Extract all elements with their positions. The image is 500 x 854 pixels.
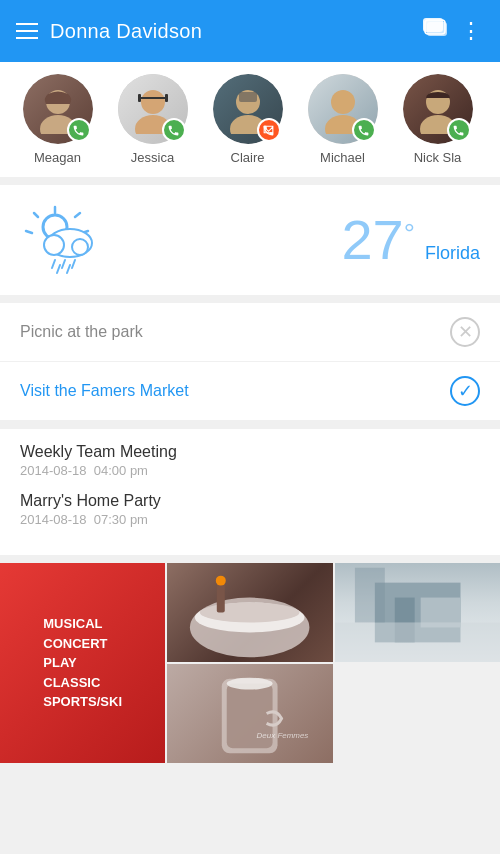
svg-text:Deux Femmes: Deux Femmes bbox=[257, 731, 309, 740]
event-item-1: Weekly Team Meeting 2014-08-18 04:00 pm bbox=[20, 443, 480, 478]
photo-musical[interactable]: MUSICALCONCERTPLAYCLASSICSPORTS/SKI bbox=[0, 563, 165, 763]
photos-grid: MUSICALCONCERTPLAYCLASSICSPORTS/SKI Deu bbox=[0, 563, 500, 763]
weather-location: Florida bbox=[425, 243, 480, 264]
contact-avatar-wrapper-nick bbox=[403, 74, 473, 144]
event-item-2: Marry's Home Party 2014-08-18 07:30 pm bbox=[20, 492, 480, 527]
svg-point-33 bbox=[200, 603, 300, 623]
contact-claire[interactable]: Claire bbox=[200, 74, 295, 165]
chat-button[interactable] bbox=[422, 17, 448, 45]
contact-name-michael: Michael bbox=[320, 150, 365, 165]
call-badge-jessica bbox=[162, 118, 186, 142]
contacts-strip: Meagan Jessica bbox=[0, 62, 500, 177]
event-time-1: 2014-08-18 04:00 pm bbox=[20, 463, 480, 478]
more-button[interactable]: ⋮ bbox=[460, 18, 484, 44]
svg-point-35 bbox=[216, 576, 226, 586]
contact-avatar-wrapper-claire bbox=[213, 74, 283, 144]
svg-rect-12 bbox=[239, 92, 257, 102]
todo-text-1: Picnic at the park bbox=[20, 323, 143, 341]
weather-right: 27° Florida bbox=[130, 212, 480, 268]
svg-rect-39 bbox=[335, 622, 500, 662]
svg-point-24 bbox=[44, 235, 64, 255]
contact-avatar-wrapper-jessica bbox=[118, 74, 188, 144]
svg-line-21 bbox=[26, 231, 32, 233]
weather-icon bbox=[20, 205, 110, 275]
call-badge-claire bbox=[257, 118, 281, 142]
event-title-1: Weekly Team Meeting bbox=[20, 443, 480, 461]
contact-michael[interactable]: Michael bbox=[295, 74, 390, 165]
event-title-2: Marry's Home Party bbox=[20, 492, 480, 510]
event-time-2: 2014-08-18 07:30 pm bbox=[20, 512, 480, 527]
weather-section: 27° Florida bbox=[0, 185, 500, 295]
svg-line-26 bbox=[52, 260, 55, 268]
contact-name-claire: Claire bbox=[231, 150, 265, 165]
svg-line-30 bbox=[67, 265, 70, 273]
contact-avatar-wrapper-michael bbox=[308, 74, 378, 144]
contact-name-nick: Nick Sla bbox=[414, 150, 462, 165]
svg-point-5 bbox=[141, 90, 165, 114]
svg-line-18 bbox=[75, 213, 80, 217]
todo-item-2[interactable]: Visit the Famers Market ✓ bbox=[0, 362, 500, 421]
todo-item-1[interactable]: Picnic at the park ✕ bbox=[0, 303, 500, 362]
svg-line-20 bbox=[34, 213, 38, 217]
weather-temperature: 27° bbox=[341, 212, 415, 268]
contact-name-meagan: Meagan bbox=[34, 150, 81, 165]
todo-unchecked-icon[interactable]: ✕ bbox=[450, 317, 480, 347]
contact-nick[interactable]: Nick Sla bbox=[390, 74, 485, 165]
svg-line-27 bbox=[62, 260, 65, 268]
svg-line-28 bbox=[72, 260, 75, 268]
app-header: Donna Davidson ⋮ bbox=[0, 0, 500, 62]
todo-checked-icon[interactable]: ✓ bbox=[450, 376, 480, 406]
svg-rect-9 bbox=[138, 97, 168, 99]
photo-coffee[interactable]: Deux Femmes bbox=[167, 664, 332, 763]
svg-point-43 bbox=[227, 678, 273, 690]
svg-rect-34 bbox=[217, 583, 225, 613]
svg-rect-2 bbox=[425, 20, 445, 34]
todo-section: Picnic at the park ✕ Visit the Famers Ma… bbox=[0, 303, 500, 421]
svg-rect-40 bbox=[355, 568, 385, 623]
svg-point-13 bbox=[331, 90, 355, 114]
call-badge-meagan bbox=[67, 118, 91, 142]
svg-line-29 bbox=[57, 265, 60, 273]
header-title: Donna Davidson bbox=[50, 20, 410, 43]
contact-meagan[interactable]: Meagan bbox=[10, 74, 105, 165]
events-section: Weekly Team Meeting 2014-08-18 04:00 pm … bbox=[0, 429, 500, 555]
call-badge-michael bbox=[352, 118, 376, 142]
photo-musical-text: MUSICALCONCERTPLAYCLASSICSPORTS/SKI bbox=[43, 614, 122, 712]
photo-store[interactable] bbox=[335, 563, 500, 662]
menu-button[interactable] bbox=[16, 23, 38, 39]
svg-point-25 bbox=[72, 239, 88, 255]
todo-text-2: Visit the Famers Market bbox=[20, 382, 189, 400]
call-badge-nick bbox=[447, 118, 471, 142]
contact-avatar-wrapper bbox=[23, 74, 93, 144]
contact-jessica[interactable]: Jessica bbox=[105, 74, 200, 165]
contact-name-jessica: Jessica bbox=[131, 150, 174, 165]
photo-cake[interactable] bbox=[167, 563, 332, 662]
